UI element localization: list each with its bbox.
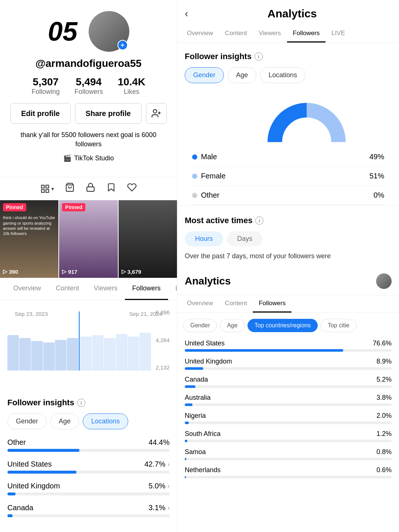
country-pct-nigeria: 2.0% <box>376 412 392 420</box>
svg-rect-4 <box>46 185 49 188</box>
back-button[interactable]: ‹ <box>185 8 188 20</box>
analytics2-title: Analytics <box>185 275 231 287</box>
male-dot <box>192 154 197 160</box>
likes-label: Likes <box>118 88 146 96</box>
chart-bar-7 <box>80 337 92 371</box>
filter-tab-gender[interactable]: Gender <box>183 319 217 332</box>
followers-stat: 5,494 Followers <box>75 76 103 96</box>
right-tab-live[interactable]: LIVE <box>325 25 351 42</box>
svg-rect-8 <box>87 187 94 191</box>
country-fill-australia <box>185 403 192 406</box>
video-thumb-3[interactable]: ▷ 3,679 <box>119 200 177 278</box>
share-profile-button[interactable]: Share profile <box>75 103 141 124</box>
chart-bar-2 <box>19 338 31 371</box>
follower-insights-left: Follower insights i Gender Age Locations… <box>0 389 177 517</box>
country-pct-uk: 8.9% <box>376 358 392 365</box>
following-stat: 5,307 Following <box>32 76 60 96</box>
chart-separator <box>79 311 80 371</box>
heart-tool[interactable] <box>127 183 137 195</box>
tools-row: ▾ <box>0 177 177 200</box>
add-user-button[interactable] <box>146 103 167 124</box>
tab-overview[interactable]: Overview <box>6 278 48 300</box>
country-canada: Canada 5.2% <box>177 373 399 391</box>
right-tab-followers[interactable]: Followers <box>287 25 326 42</box>
location-fill-uk <box>7 492 16 495</box>
other-pct: 0% <box>374 191 384 200</box>
chevron-uk: › <box>168 483 170 490</box>
chevron-us: › <box>168 461 170 468</box>
tiktok-studio-icon: 🎬 <box>63 154 71 162</box>
location-fill-other <box>7 449 79 452</box>
location-fill-canada <box>7 514 13 517</box>
country-australia: Australia 3.8% <box>177 391 399 409</box>
other-dot <box>192 193 197 198</box>
location-bars: Other 44.4% United States 42.7% › <box>7 438 170 517</box>
pinned-badge-2: Pinned <box>62 203 85 211</box>
location-pct-other: 44.4% <box>149 438 170 447</box>
follower-insights-title-right: Follower insights i <box>185 52 392 61</box>
location-track-us <box>7 471 170 474</box>
active-desc: Over the past 7 days, most of your follo… <box>185 252 392 260</box>
add-follow-button[interactable]: + <box>117 40 128 50</box>
followers-value: 5,494 <box>75 76 103 88</box>
insight-tabs-left: Gender Age Locations <box>7 413 170 429</box>
country-pct-netherlands: 0.6% <box>376 466 392 474</box>
bio-text: thank y'all for 5500 followers next goal… <box>7 130 170 149</box>
analytics2-tab-content[interactable]: Content <box>219 295 253 313</box>
most-active-section: Most active times i Hours Days Over the … <box>177 205 399 260</box>
analytics2-tab-overview[interactable]: Overview <box>181 295 219 313</box>
video-text-1: think i should do on YouTube gaming or s… <box>3 215 55 236</box>
info-icon-active[interactable]: i <box>255 216 263 225</box>
country-name-nigeria: Nigeria <box>185 412 206 420</box>
analytics2-header: Analytics <box>177 267 399 295</box>
tab-live[interactable]: LIVE <box>168 278 177 300</box>
filter-tab-age[interactable]: Age <box>220 319 244 332</box>
location-pct-us: 42.7% › <box>144 460 170 468</box>
bookmark-tool[interactable] <box>106 183 116 195</box>
tab-age-right[interactable]: Age <box>228 67 256 83</box>
shop-tool[interactable] <box>65 183 75 195</box>
right-tab-content[interactable]: Content <box>219 25 253 42</box>
chart-label-2: 4,264 <box>156 337 170 343</box>
tab-locations-left[interactable]: Locations <box>83 413 128 429</box>
male-label: Male <box>201 153 217 161</box>
filter-tab-cities[interactable]: Top citie <box>321 319 357 332</box>
filter-tabs: Gender Age Top countries/regions Top cit… <box>177 313 399 332</box>
right-tab-viewers[interactable]: Viewers <box>253 25 287 42</box>
tab-followers[interactable]: Followers <box>125 278 168 300</box>
tab-locations-right[interactable]: Locations <box>260 67 306 83</box>
analytics2-tab-followers[interactable]: Followers <box>253 295 291 313</box>
analytics-title: Analytics <box>192 7 392 20</box>
svg-rect-5 <box>41 190 44 192</box>
edit-profile-button[interactable]: Edit profile <box>10 103 70 124</box>
video-thumb-1[interactable]: Pinned think i should do on YouTube gami… <box>0 200 58 278</box>
filter-tab-countries[interactable]: Top countries/regions <box>248 319 318 332</box>
likes-stat: 10.4K Likes <box>118 76 146 96</box>
chart-bar-6 <box>67 338 78 371</box>
tab-gender-left[interactable]: Gender <box>7 413 47 429</box>
right-tab-overview[interactable]: Overview <box>181 25 219 42</box>
video-face-3 <box>119 200 177 278</box>
tab-gender-right[interactable]: Gender <box>185 67 224 83</box>
grid-tool[interactable]: ▾ <box>40 183 54 195</box>
lock-tool[interactable] <box>86 183 95 195</box>
tab-content[interactable]: Content <box>48 278 86 300</box>
tab-days[interactable]: Days <box>227 231 263 246</box>
tab-hours[interactable]: Hours <box>185 231 223 246</box>
tab-viewers[interactable]: Viewers <box>86 278 125 300</box>
country-uk: United Kingdom 8.9% <box>177 355 399 373</box>
video-face-2 <box>59 200 117 278</box>
tiktok-studio-label: TikTok Studio <box>74 154 114 162</box>
follower-insights-right: Follower insights i Gender Age Locations… <box>177 43 399 205</box>
female-label: Female <box>201 172 226 180</box>
video-thumb-2[interactable]: Pinned ▷ 917 <box>59 200 117 278</box>
info-icon-right[interactable]: i <box>255 52 263 61</box>
male-pct: 49% <box>369 153 384 161</box>
tiktok-studio-row[interactable]: 🎬 TikTok Studio <box>7 154 170 162</box>
tab-age-left[interactable]: Age <box>50 413 79 429</box>
right-top-tabs: Overview Content Viewers Followers LIVE <box>177 20 399 43</box>
location-item-canada: Canada 3.1% › <box>7 504 170 517</box>
country-pct-canada: 5.2% <box>376 376 392 383</box>
country-name-samoa: Samoa <box>185 448 206 456</box>
info-icon-left[interactable]: i <box>77 399 85 407</box>
